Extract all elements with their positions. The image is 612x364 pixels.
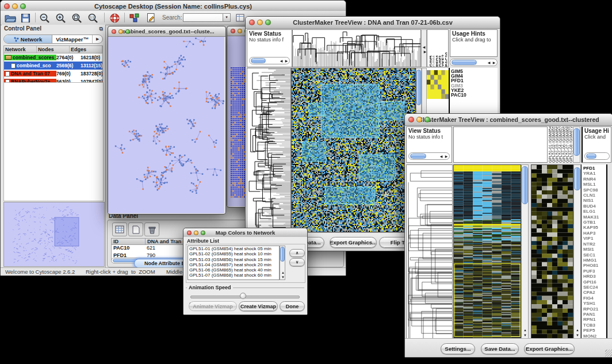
minimize-button[interactable] [257, 20, 263, 25]
column-header-id[interactable]: ID [112, 239, 146, 244]
done-button[interactable]: Done [280, 301, 305, 311]
gene-label[interactable]: PEP5 [583, 328, 606, 333]
dialog-titlebar[interactable]: Map Colors to Network [183, 228, 307, 237]
view-status-hscrollbar[interactable] [249, 57, 290, 64]
treeview2-column-dendrogram-pane[interactable] [453, 127, 548, 163]
view-status-hscrollbar[interactable] [408, 152, 450, 160]
column-dendrogram-canvas[interactable] [293, 30, 420, 67]
gene-label[interactable]: HRD3 [583, 274, 606, 279]
close-button[interactable] [249, 20, 255, 25]
zoom-button[interactable] [265, 20, 271, 25]
network-row[interactable]: combined_sco 2569(6) 13112(15) [4, 62, 102, 70]
gene-label[interactable]: MSL1 [583, 182, 606, 187]
gene-label[interactable]: NTR2 [583, 242, 606, 247]
minimize-button[interactable] [238, 29, 242, 33]
move-up-button[interactable]: ∧ [289, 249, 305, 257]
gene-label[interactable]: SPC98 [583, 187, 606, 193]
gene-label[interactable]: KAP95 [583, 225, 606, 230]
settings-button[interactable]: Settings... [441, 343, 475, 354]
attribute-table-icon[interactable] [112, 223, 127, 236]
heatmap-canvas[interactable] [454, 165, 521, 338]
delete-trash-icon[interactable] [144, 223, 159, 236]
save-icon[interactable] [19, 12, 32, 24]
scroll-up-icon[interactable] [281, 270, 285, 275]
network-row[interactable]: combined_scores_ 2764(0) 16218(0) [4, 53, 102, 62]
gene-label[interactable]: ELG1 [583, 209, 606, 214]
scroll-up-icon[interactable] [575, 328, 580, 332]
attribute-list-item[interactable]: GPL51-03 (GSM856) heat shock 15 min [188, 257, 279, 262]
scrollbar-thumb[interactable] [586, 154, 596, 159]
scroll-left-icon[interactable] [279, 59, 284, 63]
gene-label[interactable]: VIP1 [583, 236, 606, 241]
gene-label[interactable]: CPA2 [583, 290, 606, 295]
minimize-button[interactable] [118, 29, 123, 34]
gene-label[interactable]: HAP3 [583, 231, 606, 236]
scrollbar-thumb[interactable] [573, 128, 580, 156]
scroll-down-icon[interactable] [523, 333, 527, 338]
heatmap-vscrollbar[interactable] [521, 164, 529, 339]
row-dendrogram-canvas[interactable] [407, 165, 452, 338]
network-view-canvas[interactable] [108, 37, 224, 213]
gene-label[interactable]: PUF3 [583, 269, 606, 274]
gene-label[interactable]: PAC10 [451, 93, 498, 97]
gene-label[interactable]: PFD1 [583, 166, 606, 171]
gene-label[interactable]: PAN1 [583, 312, 606, 317]
zoom-heatmap-canvas[interactable] [427, 70, 449, 99]
scroll-right-icon[interactable] [444, 154, 449, 159]
scroll-left-icon[interactable] [439, 154, 443, 159]
gene-label[interactable]: YRA1 [583, 171, 606, 176]
create-vizmap-button[interactable]: Create Vizmap [239, 301, 278, 311]
column-header[interactable]: Edges [70, 46, 102, 53]
open-icon[interactable] [4, 12, 17, 24]
scroll-right-icon[interactable] [284, 59, 289, 63]
close-button[interactable] [231, 29, 235, 33]
usage-hints-hscrollbar[interactable] [584, 152, 610, 160]
scrollbar-thumb[interactable] [522, 166, 528, 204]
zoom-out-icon[interactable] [39, 12, 51, 24]
gene-label[interactable]: GTB1 [583, 220, 606, 225]
network-overview-thumbnail[interactable] [3, 202, 105, 267]
column-labels-vscrollbar[interactable] [573, 127, 580, 163]
treeview2-titlebar[interactable]: ClusterMaker TreeView : combined_scores_… [405, 114, 612, 126]
scroll-left-icon[interactable] [487, 60, 491, 65]
help-lifesaver-icon[interactable] [108, 12, 121, 24]
attribute-list-item[interactable]: GPL51-06 (GSM865) heat shock 40 min [188, 267, 279, 273]
column-label[interactable]: GIM4 [431, 30, 434, 67]
zoom-heatmap-canvas[interactable] [531, 165, 573, 338]
scroll-up-icon[interactable] [523, 328, 527, 332]
zoom-selected-icon[interactable]: 1:1 [87, 12, 100, 24]
gene-label[interactable]: RPO21 [583, 306, 606, 312]
zoom-button[interactable] [20, 3, 26, 9]
gene-label[interactable]: PHO81 [583, 263, 606, 268]
resize-grip[interactable] [605, 350, 612, 357]
gene-label[interactable]: MAK31 [583, 214, 606, 220]
usage-hints-hscrollbar[interactable] [450, 59, 498, 66]
scroll-down-icon[interactable] [281, 275, 285, 279]
zoom-button[interactable] [424, 117, 430, 122]
row-dendrogram-canvas[interactable] [247, 68, 290, 232]
attribute-list-item[interactable]: GPL51-04 (GSM857) heat shock 20 min [188, 262, 279, 267]
gene-label[interactable]: BUD4 [583, 204, 606, 209]
minimize-button[interactable] [416, 117, 422, 122]
gene-label[interactable]: SEC24 [583, 285, 606, 290]
attribute-list-item[interactable]: GPL51-02 (GSM855) heat shock 10 min [188, 251, 279, 256]
tab-network[interactable]: Network [4, 35, 52, 43]
gene-label[interactable]: MSI1 [583, 247, 606, 252]
close-button[interactable] [112, 29, 116, 34]
column-label[interactable]: PAC10 [444, 30, 447, 67]
splitter-handle[interactable] [421, 29, 427, 67]
scrollbar-thumb[interactable] [452, 60, 477, 65]
slider-thumb[interactable] [240, 293, 246, 299]
scroll-down-icon[interactable] [575, 333, 580, 338]
column-header[interactable]: Nodes [37, 46, 70, 53]
zoom-fit-icon[interactable] [71, 12, 83, 24]
search-input[interactable] [183, 13, 223, 22]
export-graphics-button[interactable]: Export Graphics... [330, 237, 377, 248]
network-row[interactable]: DNA and Tran 07 769(0) 183728(0) [4, 70, 102, 78]
tab-overflow-button[interactable]: ▶ [93, 35, 102, 43]
attribute-list-item[interactable]: GPL51-01 (GSM854) heat shock 05 min [188, 246, 279, 251]
search-dropdown-arrow-icon[interactable] [223, 13, 231, 22]
attribute-list-item[interactable]: GPL51-07 (GSM868) heat shock 60 min [188, 273, 279, 278]
float-panel-icon[interactable] [100, 26, 103, 32]
save-data-button[interactable]: Save Data... [481, 343, 519, 354]
